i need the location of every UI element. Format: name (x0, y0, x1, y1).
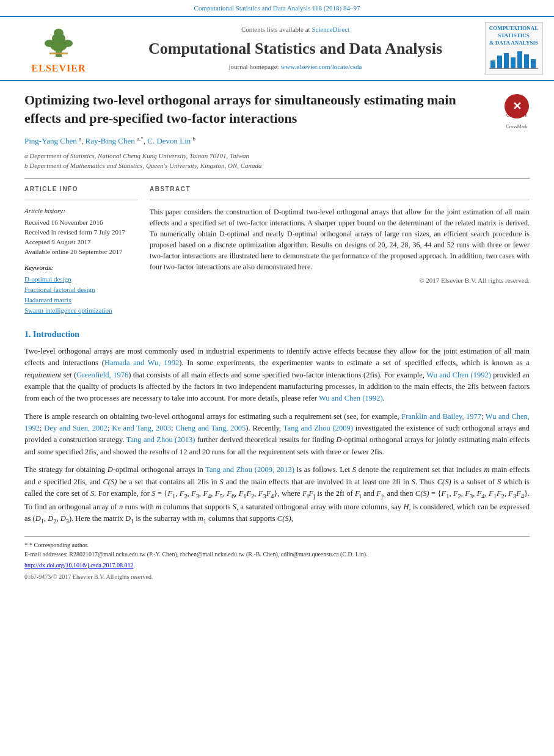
affil-sup-a2: a,* (137, 136, 144, 142)
doi-link: http://dx.doi.org/10.1016/j.csda.2017.08… (24, 561, 530, 570)
elsevier-wordmark: ELSEVIER (32, 61, 86, 75)
cs-italic: C(S) (103, 478, 117, 486)
intro-para3: The strategy for obtaining D-optimal ort… (24, 464, 530, 526)
crossmark-area: ✕ CrossMark CrossMark (504, 93, 530, 130)
intro-section: 1. Introduction Two-level orthogonal arr… (24, 329, 530, 526)
doi-anchor[interactable]: http://dx.doi.org/10.1016/j.csda.2017.08… (24, 562, 133, 569)
abstract-text: This paper considers the construction of… (150, 206, 530, 272)
ref-tang-zhou-both[interactable]: Tang and Zhou (2009, 2013) (205, 465, 294, 474)
s4-italic: S (497, 478, 501, 486)
svg-rect-8 (497, 56, 502, 68)
ref-ke-tang[interactable]: Ke and Tang, 2003 (112, 424, 171, 432)
affiliations: a Department of Statistics, National Che… (24, 151, 530, 171)
available-date: Available online 20 September 2017 (24, 247, 137, 257)
cs2-italic: C(S) (437, 478, 451, 486)
affil-a: a Department of Statistics, National Che… (24, 151, 530, 161)
svg-point-4 (45, 40, 54, 47)
svg-rect-11 (517, 51, 522, 68)
banner-center: Contents lists available at ScienceDirec… (114, 22, 477, 75)
abstract-col: Abstract This paper considers the constr… (150, 185, 530, 316)
article-history: Article history: Received 16 November 20… (24, 206, 137, 257)
elsevier-tree-icon (37, 22, 80, 59)
received-date: Received 16 November 2016 (24, 218, 137, 228)
footnote-emails: E-mail addresses: R28021017@mail.ncku.ed… (24, 550, 530, 559)
revised-date: Received in revised form 7 July 2017 (24, 228, 137, 238)
svg-point-5 (63, 40, 73, 47)
journal-ref-top: Computational Statistics and Data Analys… (0, 0, 554, 16)
keyword-2[interactable]: Fractional factorial design (24, 285, 137, 295)
journal-logo-box: COMPUTATIONALSTATISTICS& DATA ANALYSIS (485, 22, 543, 75)
author-ping-yang[interactable]: Ping-Yang Chen (24, 136, 77, 145)
svg-text:CrossMark: CrossMark (506, 113, 527, 117)
ref-hamada-wu[interactable]: Hamada and Wu, 1992 (104, 358, 179, 367)
affil-sup-b: b (193, 136, 196, 142)
ref-franklin-bailey[interactable]: Franklin and Bailey, 1977 (401, 412, 481, 421)
author-ray-bing[interactable]: Ray-Bing Chen (85, 136, 134, 145)
crossmark-label: CrossMark (504, 123, 530, 131)
svg-text:✕: ✕ (512, 100, 522, 112)
banner-left: ELSEVIER (10, 22, 108, 75)
page: Computational Statistics and Data Analys… (0, 0, 554, 756)
m-italic: m (484, 465, 489, 474)
sciencedirect-link[interactable]: ScienceDirect (312, 26, 349, 33)
s3-italic: S (412, 478, 415, 486)
article-info-col: Article Info Article history: Received 1… (24, 185, 137, 316)
e-italic: e (38, 478, 42, 486)
affil-b: b Department of Mathematics and Statisti… (24, 161, 530, 171)
crossmark-icon: ✕ CrossMark (504, 93, 530, 119)
keywords-section: Keywords: D-optimal design Fractional fa… (24, 263, 137, 316)
article-content: ✕ CrossMark CrossMark Optimizing two-lev… (0, 81, 554, 594)
divider-info (24, 200, 137, 200)
article-title: Optimizing two-level orthogonal arrays f… (24, 91, 530, 127)
abstract-label: Abstract (150, 185, 530, 194)
two-col-section: Article Info Article history: Received 1… (24, 185, 530, 316)
journal-logo-title: COMPUTATIONALSTATISTICS& DATA ANALYSIS (488, 25, 540, 46)
footer-copyright: 0167-9473/© 2017 Elsevier B.V. All right… (24, 573, 530, 582)
ref-dey-suen[interactable]: Dey and Suen, 2002 (44, 424, 108, 432)
abstract-copyright: © 2017 Elsevier B.V. All rights reserved… (150, 276, 530, 286)
affil-sup-a: a (79, 136, 81, 142)
intro-para1: Two-level orthogonal arrays are most com… (24, 346, 530, 405)
s5-italic: S (90, 489, 94, 498)
history-title: Article history: (24, 206, 137, 216)
svg-rect-9 (504, 53, 509, 68)
d-optimal-italic-2: D (108, 465, 113, 474)
author-devon[interactable]: C. Devon Lin (147, 136, 191, 145)
s2-italic: S (220, 478, 224, 486)
example-s: S (151, 489, 155, 498)
intro-para2: There is ample research on obtaining two… (24, 411, 530, 459)
logo-chart-icon (489, 48, 538, 70)
ref-wu-chen-1992-2[interactable]: Wu and Chen (1992) (319, 394, 383, 402)
ref-cheng-tang[interactable]: Cheng and Tang, 2005 (175, 424, 246, 432)
authors-line: Ping-Yang Chen a, Ray-Bing Chen a,*, C. … (24, 135, 530, 147)
keyword-3[interactable]: Hadamard matrix (24, 296, 137, 305)
elsevier-logo: ELSEVIER (32, 22, 86, 75)
ref-wu-chen-1992-1[interactable]: Wu and Chen (1992) (426, 371, 491, 379)
keywords-title: Keywords: (24, 263, 137, 273)
homepage-link[interactable]: www.elsevier.com/locate/csda (280, 63, 362, 70)
homepage-line: journal homepage: www.elsevier.com/locat… (229, 62, 362, 72)
journal-banner: ELSEVIER Contents lists available at Sci… (0, 16, 554, 81)
accepted-date: Accepted 9 August 2017 (24, 238, 137, 247)
contents-line: Contents lists available at ScienceDirec… (241, 25, 349, 35)
divider-1 (24, 178, 530, 179)
ref-tang-zhou-2013[interactable]: Tang and Zhou (2013) (126, 435, 195, 444)
divider-abstract (150, 200, 530, 200)
svg-rect-10 (511, 57, 516, 68)
keyword-1[interactable]: D-optimal design (24, 275, 137, 285)
keyword-4[interactable]: Swarm intelligence optimization (24, 306, 137, 316)
title-area: ✕ CrossMark CrossMark Optimizing two-lev… (24, 91, 530, 127)
intro-heading: 1. Introduction (24, 329, 530, 341)
s-italic: S (352, 465, 356, 474)
ref-tang-zhou-2009[interactable]: Tang and Zhou (2009) (283, 424, 353, 432)
svg-rect-12 (524, 54, 529, 68)
svg-rect-6 (49, 53, 68, 54)
d-optimal-italic: D (336, 435, 341, 444)
ref-greenfield[interactable]: Greenfield, 1976 (76, 371, 128, 379)
journal-title-banner: Computational Statistics and Data Analys… (148, 37, 442, 60)
svg-rect-7 (490, 60, 495, 68)
footnote-area: * * Corresponding author. E-mail address… (24, 536, 530, 581)
banner-right: COMPUTATIONALSTATISTICS& DATA ANALYSIS (483, 22, 544, 75)
requirement-set-italic: requirement set (24, 371, 72, 379)
journal-ref-text: Computational Statistics and Data Analys… (194, 4, 360, 12)
